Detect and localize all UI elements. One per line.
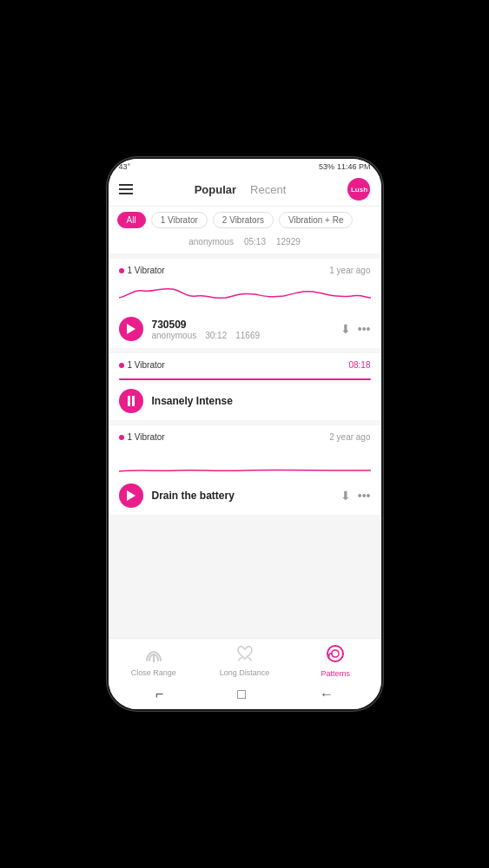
card-vibrator-label-3: 1 Vibrator bbox=[128, 432, 165, 442]
track-meta-1: anonymous 30:12 11669 bbox=[152, 331, 332, 340]
filter-1vib[interactable]: 1 Vibrator bbox=[151, 212, 208, 228]
partial-plays: 12929 bbox=[276, 237, 301, 247]
battery-display: 53% bbox=[319, 162, 334, 171]
download-icon-3[interactable]: ⬇ bbox=[340, 489, 351, 503]
more-icon-1[interactable]: ••• bbox=[358, 322, 371, 336]
temperature-display: 43° bbox=[119, 162, 131, 171]
system-navigation-bar: ⌐ □ ← bbox=[109, 681, 381, 709]
nav-long-distance[interactable]: Long Distance bbox=[199, 645, 290, 677]
phone-frame: 43° 53% 11:46 PM Popular Recent Lush All… bbox=[106, 156, 384, 712]
heart-hands-icon bbox=[235, 645, 255, 667]
filter-all[interactable]: All bbox=[117, 212, 146, 228]
track-info-3: Drain the battery bbox=[152, 490, 332, 502]
status-bar: 43° 53% 11:46 PM bbox=[109, 159, 381, 173]
card-drain-battery: 1 Vibrator 2 year ago bbox=[109, 425, 381, 515]
svg-rect-2 bbox=[132, 396, 135, 406]
card-age-1: 1 year ago bbox=[329, 266, 370, 275]
filter-2vib[interactable]: 2 Vibrators bbox=[213, 212, 274, 228]
card-insanely-intense: 1 Vibrator 08:18 Insanely Intense bbox=[109, 353, 381, 420]
track-info-1: 730509 anonymous 30:12 11669 bbox=[152, 319, 332, 340]
header-tabs: Popular Recent bbox=[195, 183, 287, 196]
status-left: 43° bbox=[119, 162, 131, 171]
card-header-1: 1 Vibrator 1 year ago bbox=[119, 266, 371, 275]
card-footer-1: 730509 anonymous 30:12 11669 ⬇ ••• bbox=[119, 317, 371, 341]
card-age-3: 2 year ago bbox=[329, 432, 370, 442]
partial-meta: anonymous 05:13 12929 bbox=[119, 237, 371, 247]
card-tag-2: 1 Vibrator bbox=[119, 360, 165, 370]
track-actions-3: ⬇ ••• bbox=[340, 489, 371, 503]
play-button-3[interactable] bbox=[119, 483, 143, 508]
content-scroll[interactable]: anonymous 05:13 12929 1 Vibrator 1 year … bbox=[109, 233, 381, 638]
track-title-3: Drain the battery bbox=[152, 490, 332, 502]
card-tag-1: 1 Vibrator bbox=[119, 266, 165, 275]
card-730509: 1 Vibrator 1 year ago bbox=[109, 259, 381, 348]
track-actions-1: ⬇ ••• bbox=[340, 322, 371, 336]
track-plays-1: 11669 bbox=[235, 331, 260, 340]
nav-long-distance-label: Long Distance bbox=[220, 668, 270, 677]
user-avatar[interactable]: Lush bbox=[347, 178, 370, 201]
time-display: 11:46 PM bbox=[337, 162, 371, 171]
tab-popular[interactable]: Popular bbox=[195, 183, 236, 196]
card-header-2: 1 Vibrator 08:18 bbox=[119, 360, 371, 370]
bottom-navigation: Close Range Long Distance bbox=[109, 638, 381, 681]
nav-patterns[interactable]: Patterns bbox=[290, 644, 381, 678]
app-header: Popular Recent Lush bbox=[109, 173, 381, 207]
dot-icon-1 bbox=[119, 268, 124, 273]
nav-close-range-label: Close Range bbox=[131, 668, 176, 677]
card-vibrator-label-1: 1 Vibrator bbox=[128, 266, 165, 275]
card-footer-3: Drain the battery ⬇ ••• bbox=[119, 483, 371, 508]
filter-vib-re[interactable]: Vibration + Re bbox=[279, 212, 353, 228]
svg-rect-1 bbox=[128, 396, 130, 406]
recent-apps-button[interactable]: ⌐ bbox=[155, 687, 163, 702]
track-title-2: Insanely Intense bbox=[152, 395, 371, 407]
patterns-icon bbox=[325, 644, 346, 667]
svg-marker-0 bbox=[127, 324, 135, 334]
card-tag-3: 1 Vibrator bbox=[119, 432, 165, 442]
track-duration-1: 30:12 bbox=[205, 331, 227, 340]
pause-button-2[interactable] bbox=[119, 389, 143, 413]
nav-close-range[interactable]: Close Range bbox=[109, 645, 200, 677]
partial-author: anonymous bbox=[188, 237, 234, 247]
nav-patterns-label: Patterns bbox=[320, 669, 350, 678]
tab-recent[interactable]: Recent bbox=[250, 183, 286, 196]
track-author-1: anonymous bbox=[152, 331, 197, 340]
card-vibrator-label-2: 1 Vibrator bbox=[128, 360, 165, 370]
track-info-2: Insanely Intense bbox=[152, 395, 371, 407]
download-icon-1[interactable]: ⬇ bbox=[340, 322, 351, 336]
partial-card: anonymous 05:13 12929 bbox=[109, 233, 381, 253]
dot-icon-3 bbox=[119, 435, 124, 440]
waveform-3 bbox=[119, 447, 371, 478]
waveform-1 bbox=[119, 280, 371, 312]
filter-tabs-bar: All 1 Vibrator 2 Vibrators Vibration + R… bbox=[109, 207, 381, 233]
back-button[interactable]: ← bbox=[320, 687, 334, 702]
status-right: 53% 11:46 PM bbox=[319, 162, 371, 171]
antenna-icon bbox=[144, 645, 163, 667]
card-time-badge-2: 08:18 bbox=[348, 360, 370, 370]
card-header-3: 1 Vibrator 2 year ago bbox=[119, 432, 371, 442]
track-title-1: 730509 bbox=[152, 319, 332, 331]
card-footer-2: Insanely Intense bbox=[119, 389, 371, 413]
play-button-1[interactable] bbox=[119, 317, 143, 341]
partial-duration: 05:13 bbox=[244, 237, 266, 247]
menu-button[interactable] bbox=[119, 184, 133, 194]
phone-screen: 43° 53% 11:46 PM Popular Recent Lush All… bbox=[109, 159, 381, 709]
more-icon-3[interactable]: ••• bbox=[358, 489, 371, 503]
dot-icon-2 bbox=[119, 363, 124, 368]
home-button[interactable]: □ bbox=[237, 687, 246, 702]
playing-line bbox=[119, 378, 371, 380]
svg-marker-3 bbox=[127, 490, 135, 501]
